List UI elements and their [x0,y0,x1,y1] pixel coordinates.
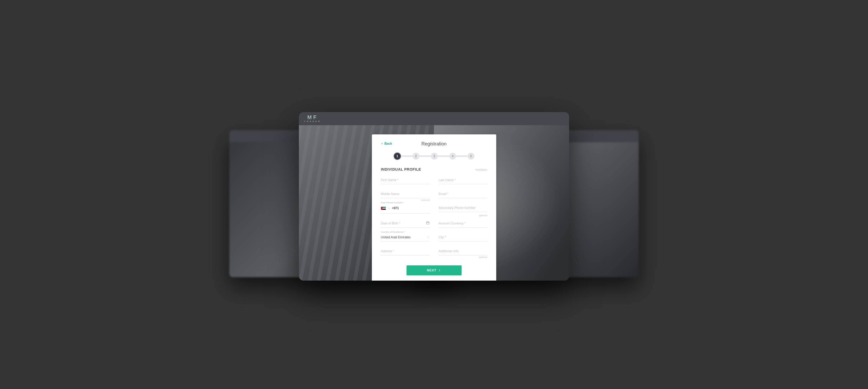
title-bar: MF TRADER [299,112,569,125]
uae-flag-icon[interactable] [381,207,386,210]
country-label: Country of Residence * [381,231,405,233]
additional-info-hint: optional [479,256,487,259]
svg-rect-0 [426,222,429,224]
step-connector [456,155,468,157]
dob-field [381,220,430,228]
registration-card: Back Registration 1 2 3 4 5 INDIVIDUA [372,134,496,280]
app-window: MF TRADER Back Registration 1 2 [299,112,569,281]
dial-code: +971 [392,206,399,210]
mandatory-note: *mandatory [475,169,487,171]
address-input[interactable] [381,248,430,256]
dob-input[interactable] [381,220,430,228]
country-select[interactable]: United Arab Emirates [381,234,430,241]
page-title: Registration [381,141,487,147]
back-button[interactable]: Back [381,142,392,145]
address-field [381,248,430,256]
next-button[interactable]: NEXT [406,265,462,275]
middle-name-hint: optional [421,199,430,201]
section-title: INDIVIDUAL PROFILE [381,167,421,171]
phone-input[interactable] [400,205,430,212]
country-field: Country of Residence * United Arab Emira… [381,234,430,241]
first-name-field [381,177,430,184]
logo-mark: MF [307,115,318,120]
logo-subtext: TRADER [304,120,321,122]
step-3[interactable]: 3 [431,153,438,159]
city-input[interactable] [438,234,487,241]
middle-name-input[interactable] [381,190,430,198]
step-connector [419,155,431,157]
step-2[interactable]: 2 [412,153,419,159]
city-field [438,234,487,241]
additional-info-input[interactable] [438,248,487,256]
secondary-phone-input[interactable] [438,205,487,212]
chevron-left-icon [381,142,383,145]
last-name-input[interactable] [438,177,487,184]
section-header: INDIVIDUAL PROFILE *mandatory [381,167,487,171]
step-connector [438,155,449,157]
secondary-phone-hint: optional [479,214,487,217]
middle-name-field: optional [381,190,430,198]
email-input[interactable] [438,190,487,198]
calendar-icon[interactable] [426,221,430,225]
chevron-down-icon[interactable] [388,207,390,209]
first-name-input[interactable] [381,177,430,184]
card-header: Back Registration [381,141,487,147]
chevron-right-icon [438,269,441,272]
step-1[interactable]: 1 [394,152,401,160]
last-name-field [438,177,487,184]
secondary-phone-field: optional [438,205,487,214]
next-label: NEXT [427,269,436,272]
step-4[interactable]: 4 [449,153,456,159]
additional-info-field: optional [438,248,487,256]
step-5[interactable]: 5 [468,153,474,159]
back-label: Back [384,142,392,145]
stage: MF TRADER Back Registration 1 2 [229,103,639,287]
country-value: United Arab Emirates [381,235,410,239]
currency-input[interactable] [438,220,487,228]
app-body: Back Registration 1 2 3 4 5 INDIVIDUA [299,125,569,281]
chevron-down-icon [426,236,430,239]
form-grid: optional Your Phone Number * +971 [381,177,487,256]
phone-field: Your Phone Number * +971 [381,205,430,214]
progress-stepper: 1 2 3 4 5 [381,152,487,160]
step-connector [401,155,412,157]
currency-field [438,220,487,228]
email-field [438,190,487,198]
actions-row: NEXT [381,265,487,275]
app-logo: MF TRADER [304,115,321,122]
phone-label: Your Phone Number * [381,201,404,204]
